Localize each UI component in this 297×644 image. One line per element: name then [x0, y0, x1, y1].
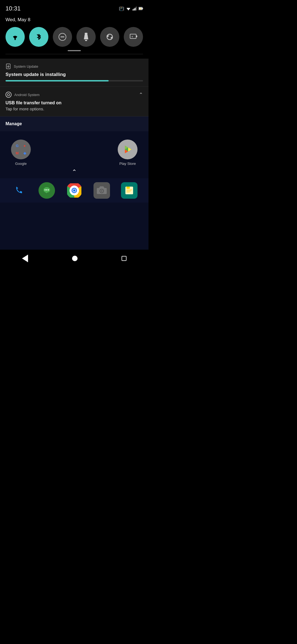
dock-files[interactable]	[121, 182, 138, 199]
svg-point-42	[101, 190, 103, 192]
svg-point-22	[6, 92, 11, 97]
play-store-label: Play Store	[119, 162, 136, 166]
progress-bar-fill	[6, 80, 109, 81]
svg-point-31	[48, 189, 49, 190]
messages-svg	[42, 186, 51, 195]
dock-camera[interactable]	[94, 182, 110, 199]
wifi-icon	[11, 33, 20, 40]
svg-point-23	[7, 94, 10, 96]
qs-drag-handle	[68, 50, 81, 51]
play-store-icon	[118, 140, 138, 159]
recents-icon	[122, 256, 127, 261]
play-triangle-svg	[123, 144, 133, 154]
svg-rect-44	[127, 187, 130, 189]
system-update-title: System update is installing	[6, 72, 143, 77]
system-update-icon	[6, 64, 11, 69]
notif-app-name: System Update	[14, 64, 38, 69]
home-icon	[72, 256, 78, 261]
phone-icon	[14, 185, 24, 195]
qs-battery-saver-button[interactable]: +	[124, 27, 143, 47]
dock-messages[interactable]	[38, 182, 55, 199]
g-letter: G	[16, 144, 18, 148]
play-store-item[interactable]: Play Store	[118, 140, 138, 166]
camera-icon	[94, 182, 110, 199]
svg-text:+: +	[131, 35, 133, 38]
svg-marker-39	[99, 186, 105, 188]
qs-divider	[6, 54, 143, 54]
maps-mini: ◈	[23, 151, 26, 155]
svg-rect-18	[136, 36, 137, 37]
dock-chrome[interactable]	[66, 182, 82, 199]
back-icon	[22, 255, 28, 262]
qs-bluetooth-button[interactable]	[29, 27, 48, 47]
google-label: Google	[15, 162, 27, 166]
date-row: Wed, May 8	[6, 17, 143, 23]
manage-section: Manage	[0, 116, 148, 131]
files-icon	[121, 182, 138, 199]
android-notif-header-row: Android System ⌃	[6, 92, 143, 98]
dock	[0, 178, 148, 203]
qs-dnd-button[interactable]	[53, 27, 72, 47]
usb-notif-title: USB file transfer turned on	[6, 100, 143, 105]
svg-rect-4	[135, 8, 136, 10]
vibrate-icon: 📳	[119, 6, 124, 11]
battery-icon: ⚡	[139, 7, 143, 10]
camera-svg	[97, 186, 107, 195]
android-system-icon	[6, 92, 12, 98]
app-drawer-arrow[interactable]: ⌃	[0, 166, 148, 178]
progress-bar	[6, 80, 143, 81]
svg-rect-13	[85, 33, 87, 34]
quick-settings-panel: Wed, May 8	[0, 14, 148, 59]
wifi-status-icon	[126, 7, 131, 10]
google-folder-icon: G ● M ◈	[11, 140, 31, 159]
signal-icon	[133, 7, 137, 10]
quick-settings-buttons: +	[6, 27, 143, 47]
nav-back-button[interactable]	[22, 255, 28, 262]
status-time: 10:31	[6, 5, 21, 12]
homescreen: G ● M ◈ Google Play Store ⌃	[0, 131, 148, 250]
manage-label: Manage	[6, 121, 22, 126]
nav-recents-button[interactable]	[122, 256, 127, 261]
svg-point-37	[73, 189, 75, 192]
status-icons: 📳 ⚡	[119, 6, 143, 11]
svg-rect-5	[136, 7, 137, 10]
messages-icon	[38, 182, 55, 199]
expand-chevron[interactable]: ⌃	[139, 92, 143, 98]
dock-phone[interactable]	[11, 182, 28, 199]
svg-point-10	[15, 39, 16, 40]
bluetooth-icon	[36, 33, 42, 41]
svg-marker-27	[128, 148, 131, 151]
app-icons-row: G ● M ◈ Google Play Store	[0, 131, 148, 166]
status-bar: 10:31 📳 ⚡	[0, 0, 148, 14]
svg-rect-2	[133, 9, 133, 10]
android-notif-header-left: Android System	[6, 92, 40, 98]
chrome-mini: ●	[24, 144, 26, 148]
svg-rect-12	[61, 37, 64, 37]
google-folder-item[interactable]: G ● M ◈ Google	[11, 140, 31, 166]
svg-marker-32	[46, 192, 47, 193]
svg-point-29	[45, 189, 46, 190]
rotate-icon	[106, 33, 114, 41]
date-display: Wed, May 8	[6, 17, 30, 23]
qs-flashlight-button[interactable]	[76, 27, 96, 47]
chrome-icon	[67, 183, 81, 198]
navigation-bar	[0, 250, 148, 267]
qs-wifi-button[interactable]	[6, 27, 25, 47]
qs-rotate-button[interactable]	[100, 27, 119, 47]
svg-rect-7	[142, 8, 143, 9]
system-update-notification[interactable]: System Update System update is installin…	[0, 59, 148, 87]
gmail-mini: M	[16, 151, 19, 155]
android-app-name: Android System	[14, 93, 40, 97]
flashlight-icon	[83, 33, 89, 41]
nav-home-button[interactable]	[72, 256, 78, 261]
battery-saver-icon: +	[130, 33, 137, 41]
svg-rect-17	[130, 34, 136, 39]
usb-notif-subtitle: Tap for more options.	[6, 107, 143, 111]
android-system-notification[interactable]: Android System ⌃ USB file transfer turne…	[0, 87, 148, 116]
svg-rect-3	[134, 9, 134, 10]
notif-header: System Update	[6, 64, 143, 69]
up-arrow-icon: ⌃	[72, 168, 77, 176]
svg-point-30	[46, 189, 47, 190]
files-svg	[124, 185, 134, 195]
svg-text:⚡: ⚡	[139, 8, 142, 10]
